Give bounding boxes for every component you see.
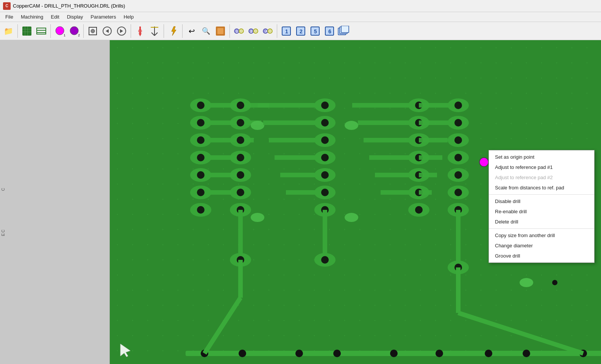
zoom-icon: 🔍 (202, 27, 210, 35)
svg-point-103 (321, 119, 329, 127)
cut-out-button[interactable] (115, 24, 128, 38)
ctx-divider-1 (489, 194, 594, 195)
ctx-scale-ref[interactable]: Scale from distances to ref. pad (489, 183, 594, 193)
svg-rect-143 (419, 138, 448, 142)
ctx-disable-drill[interactable]: Disable drill (489, 196, 594, 206)
svg-point-163 (333, 350, 341, 357)
side-label-c1: C (1, 188, 5, 191)
svg-rect-84 (238, 210, 243, 255)
canvas-area[interactable]: Set as origin point Adjust to reference … (110, 40, 601, 364)
ctx-adjust-ref1[interactable]: Adjust to reference pad #1 (489, 162, 594, 172)
svg-point-34 (268, 29, 272, 33)
svg-rect-0 (22, 27, 31, 36)
svg-line-20 (151, 33, 155, 36)
svg-text:2: 2 (250, 30, 252, 33)
svg-point-152 (454, 189, 462, 196)
svg-line-21 (155, 33, 158, 36)
cut-in-button[interactable] (100, 24, 114, 38)
ctx-groove-drill[interactable]: Groove drill (489, 251, 594, 261)
app-name: CopperCAM (13, 3, 40, 9)
svg-text:↗: ↗ (265, 30, 268, 33)
svg-marker-177 (120, 344, 130, 357)
depth-button[interactable] (148, 24, 161, 38)
svg-point-102 (321, 102, 329, 109)
menu-machining[interactable]: Machining (17, 12, 47, 22)
ctx-adjust-ref2: Adjust to reference pad #2 (489, 172, 594, 183)
zoom-button[interactable]: 🔍 (199, 24, 213, 38)
open-folder-button[interactable]: 📁 (2, 24, 15, 38)
svg-point-27 (239, 29, 244, 33)
svg-rect-100 (280, 173, 325, 177)
execute-button[interactable] (166, 24, 180, 38)
svg-text:5: 5 (314, 28, 317, 34)
cut-in-icon (102, 26, 112, 36)
toolbar-separator-6 (182, 24, 183, 38)
ref-pad-2-button[interactable]: 2 (247, 24, 260, 38)
svg-rect-154 (456, 210, 461, 263)
layer-2-icon: 2 (295, 26, 306, 36)
svg-rect-124 (381, 190, 419, 195)
svg-point-82 (237, 189, 244, 196)
toolbar-separator-8 (277, 24, 277, 38)
svg-rect-122 (369, 155, 419, 160)
ctx-copy-size[interactable]: Copy size from another drill (489, 230, 594, 241)
toolbar: 📁 1 2 (0, 22, 601, 40)
menu-help[interactable]: Help (120, 12, 137, 22)
svg-point-166 (485, 350, 492, 357)
all-layers-icon (337, 26, 350, 36)
svg-point-149 (454, 136, 462, 144)
pcb-grid-button[interactable] (20, 24, 34, 38)
copper-button[interactable] (214, 24, 227, 38)
drill-2-number: 2 (78, 33, 80, 37)
menu-display[interactable]: Display (63, 12, 87, 22)
svg-point-88 (251, 213, 264, 222)
layer-6-button[interactable]: 6 (323, 24, 336, 38)
svg-rect-62 (201, 190, 231, 195)
svg-point-105 (321, 154, 329, 161)
layer-1-button[interactable]: 1 (279, 24, 293, 38)
svg-point-133 (345, 213, 358, 222)
all-layers-button[interactable] (337, 24, 351, 38)
drill-bit-button[interactable] (133, 24, 147, 38)
layer-2-button[interactable]: 2 (294, 24, 308, 38)
svg-text:2: 2 (300, 28, 303, 34)
main-area: C C E (0, 40, 601, 364)
ctx-set-origin[interactable]: Set as origin point (489, 152, 594, 162)
ref-pad-1-button[interactable]: 1 (232, 24, 246, 38)
layer-5-icon: 5 (310, 26, 320, 36)
svg-point-87 (251, 121, 264, 130)
menu-edit[interactable]: Edit (47, 12, 63, 22)
menubar: File Machining Edit Display Parameters H… (0, 12, 601, 22)
svg-point-174 (552, 280, 557, 285)
ctx-change-diameter[interactable]: Change diameter (489, 241, 594, 251)
svg-rect-5 (37, 28, 46, 34)
layer-5-button[interactable]: 5 (308, 24, 322, 38)
drill-2-button[interactable]: 2 (67, 24, 81, 38)
svg-point-8 (56, 27, 64, 35)
ref-pad-3-button[interactable]: ↗ (261, 24, 275, 38)
folder-icon: 📁 (4, 27, 13, 36)
mill-icon (87, 26, 98, 36)
svg-rect-119 (352, 103, 419, 108)
menu-parameters[interactable]: Parameters (87, 12, 120, 22)
toolbar-separator-3 (83, 24, 84, 38)
ctx-reenable-drill[interactable]: Re-enable drill (489, 206, 594, 217)
layer-1-icon: 1 (281, 26, 292, 36)
svg-point-69 (197, 206, 204, 214)
toolbar-separator-1 (17, 24, 18, 38)
svg-point-63 (197, 102, 204, 109)
svg-rect-46 (341, 26, 349, 33)
mill-path-button[interactable] (86, 24, 100, 38)
svg-point-77 (237, 102, 244, 109)
drill-1-button[interactable]: 1 (53, 24, 67, 38)
svg-point-104 (321, 136, 329, 144)
svg-point-162 (295, 350, 303, 357)
titlebar: C CopperCAM - DRILL_PTH_THROUGH.DRL (Dri… (0, 0, 601, 12)
layers-button[interactable] (34, 24, 48, 38)
svg-point-31 (253, 29, 258, 33)
svg-rect-101 (286, 190, 325, 195)
menu-file[interactable]: File (2, 12, 17, 22)
svg-rect-120 (358, 120, 419, 125)
ctx-delete-drill[interactable]: Delete drill (489, 217, 594, 227)
undo-button[interactable]: ↩ (185, 24, 198, 38)
